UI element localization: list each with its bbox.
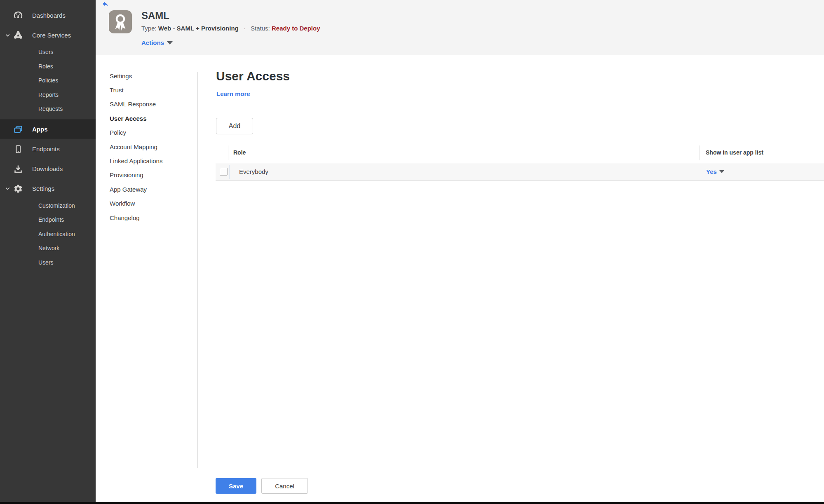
sidebar-item-core-users[interactable]: Users (0, 45, 96, 59)
subnav-item-linked-applications[interactable]: Linked Applications (110, 154, 192, 168)
sidebar-item-core-reports[interactable]: Reports (0, 88, 96, 102)
app-meta: Type: Web - SAML + Provisioning · Status… (141, 25, 320, 32)
subnav-item-saml-response[interactable]: SAML Response (110, 97, 192, 111)
chevron-down-icon (167, 41, 173, 45)
chevron-down-icon (719, 170, 724, 173)
sidebar-item-label: Settings (32, 185, 54, 192)
sidebar-item-settings[interactable]: Settings (0, 179, 96, 199)
type-label: Type: (141, 25, 157, 32)
sidebar-item-settings-network[interactable]: Network (0, 241, 96, 256)
actions-label: Actions (141, 39, 164, 46)
sidebar-item-label: Downloads (32, 165, 63, 172)
sidebar-item-endpoints[interactable]: Endpoints (0, 139, 96, 159)
sidebar-item-label: Dashboards (32, 12, 66, 19)
sidebar-item-core-policies[interactable]: Policies (0, 73, 96, 88)
column-header-show-in-user-app-list: Show in user app list (706, 149, 763, 156)
subnav-item-trust[interactable]: Trust (110, 83, 192, 97)
sidebar-item-label: Endpoints (32, 145, 60, 152)
show-in-app-list-value: Yes (706, 168, 717, 175)
status-value: Ready to Deploy (272, 25, 320, 32)
bottom-edge-bar (0, 502, 824, 504)
subnav-item-workflow[interactable]: Workflow (110, 197, 192, 211)
actions-dropdown[interactable]: Actions (141, 39, 173, 46)
learn-more-link[interactable]: Learn more (216, 90, 250, 97)
header-column-divider (700, 145, 700, 160)
row-checkbox[interactable] (220, 168, 228, 176)
app-header: SAML Type: Web - SAML + Provisioning · S… (96, 0, 824, 55)
sidebar-item-settings-customization[interactable]: Customization (0, 199, 96, 213)
type-value: Web - SAML + Provisioning (158, 25, 239, 32)
header-column-divider (228, 145, 228, 160)
cancel-button[interactable]: Cancel (261, 478, 308, 494)
subnav-item-app-gateway[interactable]: App Gateway (110, 182, 192, 196)
table-row: Everybody Yes (216, 163, 824, 181)
save-button[interactable]: Save (216, 478, 256, 494)
sidebar-item-settings-endpoints[interactable]: Endpoints (0, 213, 96, 227)
column-header-role: Role (233, 149, 246, 156)
sidebar-item-label: Core Services (32, 32, 71, 39)
sidebar-item-label: Apps (32, 126, 48, 133)
table-header-row: Role Show in user app list (216, 142, 824, 163)
downloads-icon (12, 164, 24, 174)
apps-icon (12, 124, 24, 134)
subnav-item-policy[interactable]: Policy (110, 126, 192, 140)
subnav-item-user-access[interactable]: User Access (110, 111, 192, 125)
subnav-item-provisioning[interactable]: Provisioning (110, 168, 192, 182)
page-title: User Access (216, 69, 290, 83)
user-access-table: Role Show in user app list Everybody Yes (216, 142, 824, 181)
subnav-item-account-mapping[interactable]: Account Mapping (110, 140, 192, 154)
ribbon-award-icon (109, 10, 132, 33)
sidebar-item-settings-authentication[interactable]: Authentication (0, 227, 96, 241)
sidebar-item-downloads[interactable]: Downloads (0, 159, 96, 179)
row-column-divider (229, 165, 230, 179)
chevron-down-icon[interactable] (2, 33, 12, 38)
app-title: SAML (141, 10, 169, 21)
subnav-divider (197, 72, 198, 468)
core-services-icon (12, 30, 24, 40)
dashboard-icon (12, 10, 24, 20)
subnav-item-changelog[interactable]: Changelog (110, 211, 192, 225)
sidebar-item-settings-users[interactable]: Users (0, 256, 96, 270)
app-subnav: Settings Trust SAML Response User Access… (110, 69, 192, 225)
meta-separator: · (244, 25, 246, 32)
sidebar: Dashboards Core Services Users Roles Pol… (0, 0, 96, 504)
chevron-down-icon[interactable] (2, 186, 12, 191)
show-in-app-list-dropdown[interactable]: Yes (706, 168, 724, 175)
role-cell: Everybody (239, 168, 268, 175)
back-arrow-icon[interactable] (101, 1, 109, 8)
sidebar-item-core-services[interactable]: Core Services (0, 25, 96, 45)
settings-gear-icon (12, 184, 24, 194)
add-button[interactable]: Add (216, 118, 253, 134)
subnav-item-settings[interactable]: Settings (110, 69, 192, 83)
sidebar-item-apps[interactable]: Apps (0, 120, 96, 139)
sidebar-item-core-roles[interactable]: Roles (0, 59, 96, 74)
sidebar-item-dashboards[interactable]: Dashboards (0, 5, 96, 25)
status-label: Status: (251, 25, 270, 32)
sidebar-item-core-requests[interactable]: Requests (0, 102, 96, 116)
endpoints-icon (12, 144, 24, 154)
